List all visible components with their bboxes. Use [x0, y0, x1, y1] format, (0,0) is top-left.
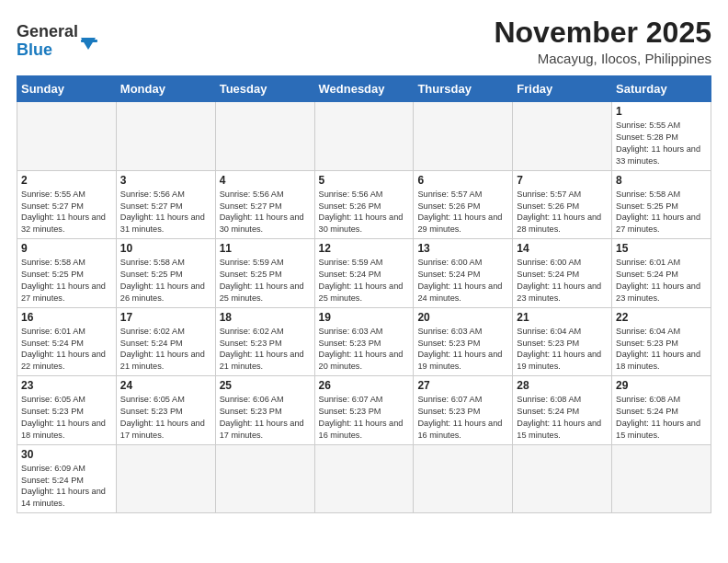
day-number: 17 — [120, 311, 211, 324]
calendar-day-cell: 10Sunrise: 5:58 AM Sunset: 5:25 PM Dayli… — [116, 239, 215, 308]
day-number: 21 — [517, 311, 608, 324]
day-info: Sunrise: 5:56 AM Sunset: 5:27 PM Dayligh… — [220, 189, 311, 236]
calendar-day-cell: 21Sunrise: 6:04 AM Sunset: 5:23 PM Dayli… — [513, 307, 612, 376]
month-title: November 2025 — [494, 17, 711, 49]
calendar-day-cell: 28Sunrise: 6:08 AM Sunset: 5:24 PM Dayli… — [513, 376, 612, 445]
day-info: Sunrise: 6:08 AM Sunset: 5:24 PM Dayligh… — [616, 394, 707, 442]
day-info: Sunrise: 6:04 AM Sunset: 5:23 PM Dayligh… — [517, 326, 608, 373]
calendar-day-cell: 24Sunrise: 6:05 AM Sunset: 5:23 PM Dayli… — [116, 376, 215, 445]
day-info: Sunrise: 6:02 AM Sunset: 5:23 PM Dayligh… — [220, 326, 311, 373]
weekday-header: Friday — [513, 76, 612, 102]
day-info: Sunrise: 6:05 AM Sunset: 5:23 PM Dayligh… — [120, 394, 211, 442]
svg-text:Blue: Blue — [17, 40, 52, 59]
calendar-week-row: 1Sunrise: 5:55 AM Sunset: 5:28 PM Daylig… — [17, 102, 711, 171]
calendar-day-cell: 3Sunrise: 5:56 AM Sunset: 5:27 PM Daylig… — [116, 170, 215, 239]
day-info: Sunrise: 6:03 AM Sunset: 5:23 PM Dayligh… — [319, 326, 410, 373]
calendar-week-row: 30Sunrise: 6:09 AM Sunset: 5:24 PM Dayli… — [17, 444, 711, 513]
day-number: 5 — [319, 174, 410, 187]
day-number: 23 — [21, 379, 112, 392]
day-number: 1 — [616, 105, 707, 118]
svg-marker-2 — [81, 38, 96, 50]
day-info: Sunrise: 5:57 AM Sunset: 5:26 PM Dayligh… — [417, 189, 508, 236]
day-number: 4 — [220, 174, 311, 187]
day-number: 27 — [417, 379, 508, 392]
calendar-day-cell: 20Sunrise: 6:03 AM Sunset: 5:23 PM Dayli… — [414, 307, 513, 376]
calendar-header-row: SundayMondayTuesdayWednesdayThursdayFrid… — [17, 76, 711, 102]
day-info: Sunrise: 6:05 AM Sunset: 5:23 PM Dayligh… — [21, 394, 112, 442]
calendar-day-cell: 6Sunrise: 5:57 AM Sunset: 5:26 PM Daylig… — [414, 170, 513, 239]
day-info: Sunrise: 5:59 AM Sunset: 5:25 PM Dayligh… — [220, 257, 311, 304]
calendar-day-cell: 26Sunrise: 6:07 AM Sunset: 5:23 PM Dayli… — [314, 376, 414, 445]
title-block: November 2025 Macayug, Ilocos, Philippin… — [494, 17, 711, 66]
day-number: 6 — [417, 174, 508, 187]
calendar-day-cell: 22Sunrise: 6:04 AM Sunset: 5:23 PM Dayli… — [612, 307, 711, 376]
day-number: 2 — [21, 174, 112, 187]
day-number: 30 — [21, 448, 112, 461]
day-info: Sunrise: 5:58 AM Sunset: 5:25 PM Dayligh… — [616, 189, 707, 236]
calendar-day-cell: 7Sunrise: 5:57 AM Sunset: 5:26 PM Daylig… — [513, 170, 612, 239]
weekday-header: Saturday — [612, 76, 711, 102]
calendar-day-cell: 8Sunrise: 5:58 AM Sunset: 5:25 PM Daylig… — [612, 170, 711, 239]
calendar-day-cell: 16Sunrise: 6:01 AM Sunset: 5:24 PM Dayli… — [17, 307, 117, 376]
day-number: 14 — [517, 242, 608, 255]
day-info: Sunrise: 5:56 AM Sunset: 5:26 PM Dayligh… — [319, 189, 410, 236]
day-info: Sunrise: 6:06 AM Sunset: 5:23 PM Dayligh… — [220, 394, 311, 442]
day-number: 19 — [319, 311, 410, 324]
calendar-day-cell — [215, 102, 314, 171]
day-info: Sunrise: 5:55 AM Sunset: 5:27 PM Dayligh… — [21, 189, 112, 236]
day-number: 3 — [120, 174, 211, 187]
calendar-week-row: 23Sunrise: 6:05 AM Sunset: 5:23 PM Dayli… — [17, 376, 711, 445]
calendar-day-cell — [513, 102, 612, 171]
calendar-day-cell: 5Sunrise: 5:56 AM Sunset: 5:26 PM Daylig… — [314, 170, 414, 239]
calendar-day-cell: 23Sunrise: 6:05 AM Sunset: 5:23 PM Dayli… — [17, 376, 117, 445]
day-number: 28 — [517, 379, 608, 392]
page: General Blue November 2025 Macayug, Iloc… — [0, 0, 728, 523]
day-number: 25 — [220, 379, 311, 392]
day-info: Sunrise: 6:00 AM Sunset: 5:24 PM Dayligh… — [417, 257, 508, 304]
calendar-day-cell: 15Sunrise: 6:01 AM Sunset: 5:24 PM Dayli… — [612, 239, 711, 308]
weekday-header: Thursday — [414, 76, 513, 102]
day-info: Sunrise: 6:01 AM Sunset: 5:24 PM Dayligh… — [21, 326, 112, 373]
calendar-week-row: 2Sunrise: 5:55 AM Sunset: 5:27 PM Daylig… — [17, 170, 711, 239]
day-info: Sunrise: 6:04 AM Sunset: 5:23 PM Dayligh… — [616, 326, 707, 373]
calendar-day-cell: 17Sunrise: 6:02 AM Sunset: 5:24 PM Dayli… — [116, 307, 215, 376]
day-number: 15 — [616, 242, 707, 255]
calendar-day-cell: 2Sunrise: 5:55 AM Sunset: 5:27 PM Daylig… — [17, 170, 117, 239]
weekday-header: Tuesday — [215, 76, 314, 102]
day-number: 8 — [616, 174, 707, 187]
svg-rect-3 — [81, 40, 97, 42]
day-info: Sunrise: 5:55 AM Sunset: 5:28 PM Dayligh… — [616, 120, 707, 167]
calendar-day-cell: 14Sunrise: 6:00 AM Sunset: 5:24 PM Dayli… — [513, 239, 612, 308]
day-info: Sunrise: 5:57 AM Sunset: 5:26 PM Dayligh… — [517, 189, 608, 236]
day-number: 13 — [417, 242, 508, 255]
day-number: 29 — [616, 379, 707, 392]
calendar-day-cell — [116, 102, 215, 171]
day-number: 7 — [517, 174, 608, 187]
day-info: Sunrise: 6:01 AM Sunset: 5:24 PM Dayligh… — [616, 257, 707, 304]
logo: General Blue — [17, 17, 99, 61]
calendar-day-cell — [17, 102, 117, 171]
calendar-day-cell — [414, 102, 513, 171]
day-number: 10 — [120, 242, 211, 255]
day-number: 11 — [220, 242, 311, 255]
calendar-day-cell — [513, 444, 612, 513]
calendar-day-cell — [612, 444, 711, 513]
day-number: 20 — [417, 311, 508, 324]
day-info: Sunrise: 6:02 AM Sunset: 5:24 PM Dayligh… — [120, 326, 211, 373]
calendar-day-cell: 30Sunrise: 6:09 AM Sunset: 5:24 PM Dayli… — [17, 444, 117, 513]
calendar-day-cell: 25Sunrise: 6:06 AM Sunset: 5:23 PM Dayli… — [215, 376, 314, 445]
location-title: Macayug, Ilocos, Philippines — [494, 51, 711, 66]
calendar-day-cell: 1Sunrise: 5:55 AM Sunset: 5:28 PM Daylig… — [612, 102, 711, 171]
day-number: 24 — [120, 379, 211, 392]
calendar-day-cell — [116, 444, 215, 513]
day-number: 9 — [21, 242, 112, 255]
calendar-day-cell: 27Sunrise: 6:07 AM Sunset: 5:23 PM Dayli… — [414, 376, 513, 445]
calendar-day-cell: 4Sunrise: 5:56 AM Sunset: 5:27 PM Daylig… — [215, 170, 314, 239]
calendar-day-cell — [215, 444, 314, 513]
calendar-week-row: 16Sunrise: 6:01 AM Sunset: 5:24 PM Dayli… — [17, 307, 711, 376]
calendar-day-cell: 11Sunrise: 5:59 AM Sunset: 5:25 PM Dayli… — [215, 239, 314, 308]
calendar-week-row: 9Sunrise: 5:58 AM Sunset: 5:25 PM Daylig… — [17, 239, 711, 308]
day-number: 22 — [616, 311, 707, 324]
weekday-header: Wednesday — [314, 76, 414, 102]
day-info: Sunrise: 5:58 AM Sunset: 5:25 PM Dayligh… — [21, 257, 112, 304]
